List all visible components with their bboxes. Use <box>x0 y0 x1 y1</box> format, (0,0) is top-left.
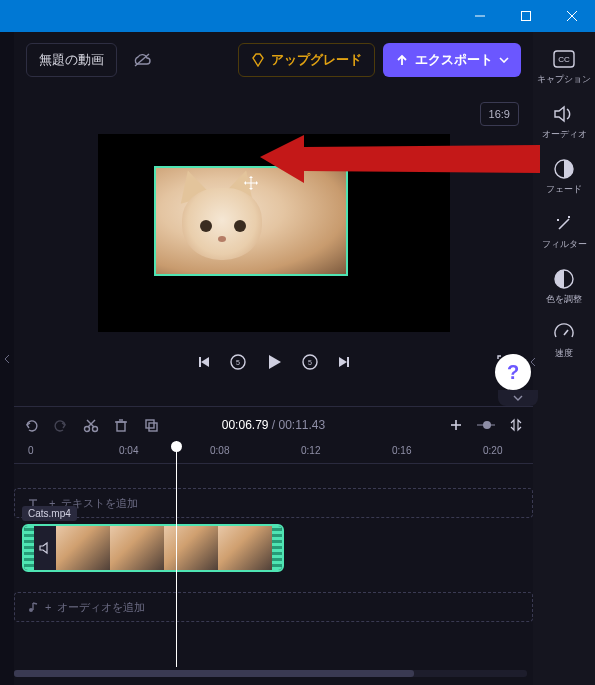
upgrade-label: アップグレード <box>271 51 362 69</box>
split-button[interactable] <box>82 417 100 433</box>
speaker-icon <box>38 541 52 555</box>
aspect-ratio-selector[interactable]: 16:9 <box>480 102 519 126</box>
panel-label: オーディオ <box>542 130 587 140</box>
clip-mute-button[interactable] <box>34 526 56 570</box>
contrast-icon <box>551 266 577 292</box>
total-time: 00:11 <box>279 418 309 432</box>
video-clip[interactable] <box>22 524 284 572</box>
undo-button[interactable] <box>22 417 40 433</box>
cloud-off-icon <box>132 52 152 68</box>
video-track[interactable]: Cats.mp4 <box>14 524 533 582</box>
preview-canvas[interactable] <box>98 134 450 332</box>
export-button[interactable]: エクスポート <box>383 43 521 77</box>
audio-placeholder-label: オーディオを追加 <box>57 600 145 615</box>
top-toolbar: 無題の動画 アップグレード エクスポート <box>14 32 533 88</box>
cloud-sync-button[interactable] <box>125 43 159 77</box>
svg-point-30 <box>85 426 90 431</box>
audio-track-placeholder[interactable]: + オーディオを追加 <box>14 592 533 622</box>
chevron-down-icon <box>499 57 509 63</box>
chevron-down-icon <box>513 395 523 401</box>
export-label: エクスポート <box>415 51 493 69</box>
playback-controls: 5 5 <box>14 342 533 382</box>
playhead[interactable] <box>176 441 177 667</box>
svg-marker-25 <box>269 355 281 369</box>
window-close-button[interactable] <box>549 0 595 32</box>
window-titlebar <box>0 0 595 32</box>
panel-label: フィルター <box>542 240 587 250</box>
chevron-left-icon <box>4 354 10 364</box>
timeline-ruler[interactable]: 0 0:04 0:08 0:12 0:16 0:20 <box>14 442 533 464</box>
delete-button[interactable] <box>112 417 130 433</box>
clip-left-handle[interactable] <box>24 526 34 570</box>
left-collapse-rail[interactable] <box>0 32 14 685</box>
panel-label: フェード <box>546 185 582 195</box>
help-icon: ? <box>507 361 519 384</box>
window-minimize-button[interactable] <box>457 0 503 32</box>
move-cursor-icon <box>242 174 260 192</box>
svg-marker-6 <box>555 107 564 121</box>
help-button[interactable]: ? <box>495 354 531 390</box>
duplicate-button[interactable] <box>142 417 160 433</box>
text-track-placeholder[interactable]: + テキストを追加 <box>14 488 533 518</box>
svg-line-8 <box>559 219 569 229</box>
current-time: 00:06 <box>222 418 252 432</box>
svg-line-33 <box>87 420 94 427</box>
ruler-tick: 0:04 <box>119 445 138 456</box>
timeline-scrollbar[interactable] <box>14 670 527 677</box>
panel-item-audio[interactable]: オーディオ <box>536 97 592 144</box>
svg-line-48 <box>33 603 37 604</box>
rewind-button[interactable]: 5 <box>229 353 247 371</box>
svg-marker-21 <box>201 357 209 367</box>
forward-button[interactable]: 5 <box>301 353 319 371</box>
panel-item-fade[interactable]: フェード <box>536 152 592 199</box>
svg-rect-34 <box>117 422 125 431</box>
panel-item-caption[interactable]: CC キャプション <box>536 42 592 89</box>
svg-marker-16 <box>253 54 263 66</box>
speedometer-icon <box>551 320 577 346</box>
zoom-slider-button[interactable] <box>477 419 495 431</box>
add-track-button[interactable] <box>447 417 465 433</box>
ruler-tick: 0:08 <box>210 445 229 456</box>
clip-right-handle[interactable] <box>272 526 282 570</box>
project-title-button[interactable]: 無題の動画 <box>26 43 117 77</box>
right-properties-panel: CC キャプション オーディオ フェード フィルター 色を調整 速度 <box>533 32 595 685</box>
timeline-collapse-toggle[interactable] <box>498 390 538 406</box>
play-button[interactable] <box>265 353 283 371</box>
ruler-tick: 0:12 <box>301 445 320 456</box>
project-title: 無題の動画 <box>39 51 104 69</box>
text-track[interactable]: + テキストを追加 <box>14 488 533 518</box>
svg-text:CC: CC <box>558 55 570 64</box>
fit-timeline-button[interactable] <box>507 417 525 433</box>
timeline-tracks: + テキストを追加 Cats.mp4 + オーディオを追加 <box>14 472 533 661</box>
panel-label: 色を調整 <box>546 295 582 305</box>
fade-icon <box>551 156 577 182</box>
diamond-icon <box>251 53 265 67</box>
panel-label: 速度 <box>555 349 573 359</box>
timeline-toolbar: 00:06.79 / 00:11.43 <box>14 406 533 442</box>
window-maximize-button[interactable] <box>503 0 549 32</box>
redo-button[interactable] <box>52 417 70 433</box>
panel-item-speed[interactable]: 速度 <box>536 316 592 363</box>
selected-clip-overlay[interactable] <box>154 166 348 276</box>
panel-item-color[interactable]: 色を調整 <box>536 262 592 309</box>
svg-line-14 <box>564 330 568 335</box>
clip-name-label: Cats.mp4 <box>22 506 77 521</box>
ruler-tick: 0:20 <box>483 445 502 456</box>
clip-thumbnails <box>56 526 272 570</box>
svg-rect-1 <box>522 12 531 21</box>
svg-line-32 <box>88 420 95 427</box>
upgrade-button[interactable]: アップグレード <box>238 43 375 77</box>
ruler-tick: 0:16 <box>392 445 411 456</box>
skip-end-button[interactable] <box>337 355 351 369</box>
scrollbar-thumb[interactable] <box>14 670 414 677</box>
skip-start-button[interactable] <box>197 355 211 369</box>
magic-wand-icon <box>551 211 577 237</box>
audio-track[interactable]: + オーディオを追加 <box>14 592 533 622</box>
ruler-tick: 0 <box>28 445 34 456</box>
svg-text:5: 5 <box>236 359 240 366</box>
svg-point-42 <box>483 421 491 429</box>
panel-item-filter[interactable]: フィルター <box>536 207 592 254</box>
upload-icon <box>395 53 409 67</box>
aspect-ratio-label: 16:9 <box>489 108 510 120</box>
preview-viewport <box>14 88 533 378</box>
